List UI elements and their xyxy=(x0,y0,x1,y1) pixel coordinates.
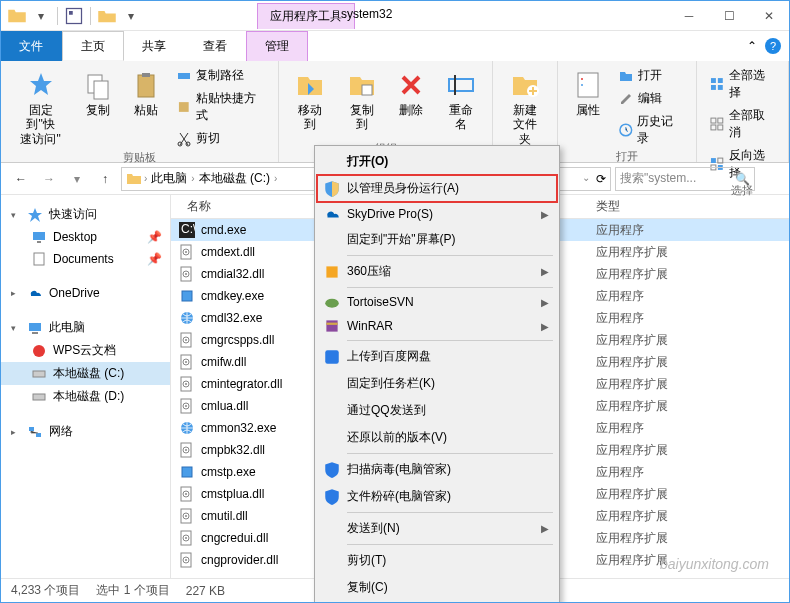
history-button[interactable]: 历史记录 xyxy=(614,111,688,149)
svg-point-47 xyxy=(185,273,187,275)
file-name: cmstp.exe xyxy=(201,465,256,479)
close-button[interactable]: ✕ xyxy=(749,2,789,30)
nav-documents[interactable]: Documents📌 xyxy=(1,248,170,270)
pin-quick-access-button[interactable]: 固定到"快 速访问" xyxy=(9,65,72,150)
svg-rect-23 xyxy=(718,118,723,123)
file-icon xyxy=(179,552,195,568)
menu-pin-taskbar[interactable]: 固定到任务栏(K) xyxy=(317,370,557,397)
svg-rect-26 xyxy=(711,158,716,163)
properties-button[interactable]: 属性 xyxy=(566,65,610,149)
baidu-icon xyxy=(323,348,341,366)
file-icon xyxy=(179,266,195,282)
shield-scan-icon xyxy=(323,461,341,479)
menu-run-as-admin[interactable]: 以管理员身份运行(A) xyxy=(317,175,557,202)
svg-rect-25 xyxy=(718,125,723,130)
search-input[interactable]: 搜索"system... 🔍 xyxy=(615,167,755,191)
copy-path-button[interactable]: 复制路径 xyxy=(172,65,270,86)
tab-file[interactable]: 文件 xyxy=(1,31,62,61)
menu-winrar[interactable]: WinRAR▶ xyxy=(317,314,557,338)
nav-drive-d[interactable]: 本地磁盘 (D:) xyxy=(1,385,170,408)
menu-restore-versions[interactable]: 还原以前的版本(V) xyxy=(317,424,557,451)
back-button[interactable]: ← xyxy=(9,167,33,191)
breadcrumb-item[interactable]: 此电脑 xyxy=(149,170,189,187)
file-icon xyxy=(179,486,195,502)
edit-button[interactable]: 编辑 xyxy=(614,88,688,109)
selected-size: 227 KB xyxy=(186,584,225,598)
copy-button[interactable]: 复制 xyxy=(76,65,120,150)
minimize-button[interactable]: ─ xyxy=(669,2,709,30)
tab-manage[interactable]: 管理 xyxy=(246,31,308,61)
menu-cut[interactable]: 剪切(T) xyxy=(317,547,557,574)
menu-360zip[interactable]: 360压缩▶ xyxy=(317,258,557,285)
new-folder-button[interactable]: 新建 文件夹 xyxy=(501,65,548,150)
menu-pin-start[interactable]: 固定到"开始"屏幕(P) xyxy=(317,226,557,253)
file-name: cmdial32.dll xyxy=(201,267,264,281)
menu-scan-virus[interactable]: 扫描病毒(电脑管家) xyxy=(317,456,557,483)
nav-onedrive[interactable]: ▸OneDrive xyxy=(1,282,170,304)
refresh-icon[interactable]: ⟳ xyxy=(596,172,606,186)
column-type[interactable]: 类型 xyxy=(596,198,716,215)
file-type: 应用程序扩展 xyxy=(596,552,716,569)
svg-point-8 xyxy=(178,142,182,146)
menu-baidu-upload[interactable]: 上传到百度网盘 xyxy=(317,343,557,370)
nav-desktop[interactable]: Desktop📌 xyxy=(1,226,170,248)
delete-button[interactable]: 删除 xyxy=(389,65,433,136)
properties-icon[interactable] xyxy=(64,6,84,26)
tab-share[interactable]: 共享 xyxy=(124,31,185,61)
svg-rect-30 xyxy=(33,232,45,240)
file-icon xyxy=(179,332,195,348)
quick-access-toolbar: ▾ ▾ xyxy=(1,6,147,26)
cut-button[interactable]: 剪切 xyxy=(172,128,270,149)
cloud-icon xyxy=(323,205,341,223)
file-type: 应用程序 xyxy=(596,288,716,305)
file-icon xyxy=(179,244,195,260)
nav-this-pc[interactable]: ▾此电脑 xyxy=(1,316,170,339)
svg-rect-24 xyxy=(711,125,716,130)
svg-point-65 xyxy=(185,449,187,451)
svg-point-78 xyxy=(185,559,187,561)
menu-shred-file[interactable]: 文件粉碎(电脑管家) xyxy=(317,483,557,510)
maximize-button[interactable]: ☐ xyxy=(709,2,749,30)
rename-button[interactable]: 重命名 xyxy=(437,65,484,136)
folder-icon xyxy=(126,171,142,187)
up-button[interactable]: ↑ xyxy=(93,167,117,191)
new-folder-icon[interactable] xyxy=(97,6,117,26)
help-icon[interactable]: ? xyxy=(765,38,781,54)
move-to-button[interactable]: 移动到 xyxy=(287,65,334,136)
qat-dropdown-icon[interactable]: ▾ xyxy=(121,6,141,26)
tab-view[interactable]: 查看 xyxy=(185,31,246,61)
select-none-button[interactable]: 全部取消 xyxy=(705,105,780,143)
copy-to-button[interactable]: 复制到 xyxy=(338,65,385,136)
menu-open[interactable]: 打开(O) xyxy=(317,148,557,175)
file-icon xyxy=(179,442,195,458)
svg-rect-34 xyxy=(32,332,38,334)
menu-copy[interactable]: 复制(C) xyxy=(317,574,557,601)
file-name: cmutil.dll xyxy=(201,509,248,523)
paste-button[interactable]: 粘贴 xyxy=(124,65,168,150)
recent-dropdown[interactable]: ▾ xyxy=(65,167,89,191)
nav-drive-c[interactable]: 本地磁盘 (C:) xyxy=(1,362,170,385)
shield-icon xyxy=(323,180,341,198)
forward-button[interactable]: → xyxy=(37,167,61,191)
nav-wps[interactable]: WPS云文档 xyxy=(1,339,170,362)
svg-point-44 xyxy=(185,251,187,253)
svg-rect-39 xyxy=(36,433,41,437)
menu-skydrive[interactable]: SkyDrive Pro(S)▶ xyxy=(317,202,557,226)
menu-send-to[interactable]: 发送到(N)▶ xyxy=(317,515,557,542)
nav-network[interactable]: ▸网络 xyxy=(1,420,170,443)
dropdown-icon[interactable]: ▾ xyxy=(31,6,51,26)
ribbon-tabs: 文件 主页 共享 查看 管理 ⌃ ? xyxy=(1,31,789,61)
svg-point-15 xyxy=(581,78,583,80)
menu-qq-send[interactable]: 通过QQ发送到 xyxy=(317,397,557,424)
ribbon-collapse-icon[interactable]: ⌃ xyxy=(747,39,757,53)
breadcrumb-item[interactable]: 本地磁盘 (C:) xyxy=(197,170,272,187)
nav-quick-access[interactable]: ▾快速访问 xyxy=(1,203,170,226)
svg-point-16 xyxy=(581,84,583,86)
open-button[interactable]: 打开 xyxy=(614,65,688,86)
file-icon xyxy=(179,420,195,436)
breadcrumb-dropdown[interactable]: ⌄ xyxy=(582,172,590,186)
paste-shortcut-button[interactable]: 粘贴快捷方式 xyxy=(172,88,270,126)
select-all-button[interactable]: 全部选择 xyxy=(705,65,780,103)
tab-home[interactable]: 主页 xyxy=(62,31,124,61)
menu-tortoise-svn[interactable]: TortoiseSVN▶ xyxy=(317,290,557,314)
